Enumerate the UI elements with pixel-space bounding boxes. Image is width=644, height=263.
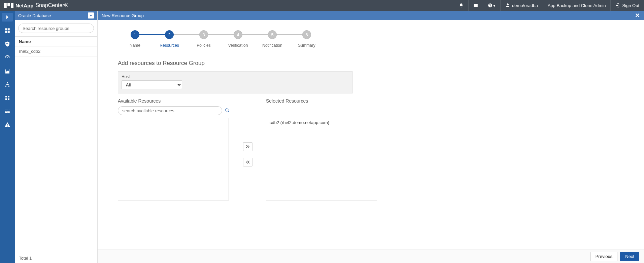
selected-listbox[interactable]: cdb2 (rhel2.demo.netapp.com) <box>266 118 377 200</box>
nav-alerts[interactable] <box>2 120 13 129</box>
wizard-footer: Previous Next <box>98 250 644 263</box>
shield-check-icon <box>4 41 10 47</box>
section-title: Add resources to Resource Group <box>118 60 624 67</box>
double-left-icon <box>246 160 250 164</box>
step-summary[interactable]: 6 Summary <box>290 30 324 48</box>
brand: NetApp SnapCenter® <box>4 2 68 8</box>
nav-reports[interactable] <box>2 67 13 75</box>
role-label-item[interactable]: App Backup and Clone Admin <box>543 0 611 11</box>
double-right-icon <box>246 145 250 148</box>
user-icon <box>505 3 510 8</box>
step-verification[interactable]: 4 Verification <box>221 30 255 48</box>
close-button[interactable]: ✕ <box>635 12 640 19</box>
step-name[interactable]: 1 Name <box>118 30 152 48</box>
brand-product: SnapCenter® <box>35 2 68 8</box>
storage-icon <box>4 95 10 101</box>
user-label: demo\oradba <box>512 3 538 8</box>
signout-label: Sign Out <box>622 3 639 8</box>
column-header-name[interactable]: Name <box>15 36 97 46</box>
plugin-label: Oracle Database <box>18 13 51 18</box>
role-label: App Backup and Clone Admin <box>548 3 606 8</box>
signout-button[interactable]: Sign Out <box>610 0 644 11</box>
nav-rail <box>0 11 15 263</box>
wizard-stepper: 1 Name 2 Resources 3 Policies <box>118 30 624 48</box>
search-available-input[interactable] <box>118 106 222 115</box>
help-button[interactable]: ▾ <box>483 0 500 11</box>
host-filter-row: Host All <box>118 71 353 93</box>
logo-icon <box>4 3 13 8</box>
sitemap-icon <box>4 81 10 87</box>
resource-group-panel: Oracle Database Name rhel2_cdb2 Total 1 <box>15 11 98 263</box>
main-panel: New Resource Group ✕ 1 Name 2 Resources <box>98 11 644 263</box>
notifications-button[interactable] <box>454 0 468 11</box>
nav-hosts[interactable] <box>2 80 13 89</box>
alert-icon <box>4 122 10 128</box>
nav-monitor[interactable] <box>2 53 13 62</box>
nav-dashboard[interactable] <box>2 26 13 35</box>
step-resources[interactable]: 2 Resources <box>152 30 187 48</box>
nav-storage[interactable] <box>2 93 13 102</box>
resource-group-list: rhel2_cdb2 <box>15 46 97 253</box>
messages-button[interactable] <box>468 0 483 11</box>
step-policies[interactable]: 3 Policies <box>187 30 221 48</box>
nav-settings[interactable] <box>2 107 13 116</box>
plugin-selector: Oracle Database <box>15 11 97 20</box>
svg-rect-0 <box>4 3 7 8</box>
page-title: New Resource Group <box>102 13 144 18</box>
selected-column: Selected Resources cdb2 (rhel2.demo.neta… <box>266 98 377 200</box>
sliders-icon <box>4 108 10 114</box>
host-label: Host <box>122 74 349 79</box>
top-bar: NetApp SnapCenter® ▾ demo\oradba App Bac… <box>0 0 644 11</box>
nav-expand[interactable] <box>2 13 13 22</box>
plugin-dropdown-button[interactable] <box>88 12 94 18</box>
step-notification[interactable]: 5 Notification <box>255 30 290 48</box>
nav-resources[interactable] <box>2 40 13 48</box>
host-select[interactable]: All <box>122 80 182 89</box>
search-icon <box>225 108 230 113</box>
available-column: Available Resources <box>118 98 230 200</box>
caret-down-icon <box>89 14 93 17</box>
chart-icon <box>4 68 10 74</box>
chevron-right-icon <box>4 14 10 20</box>
search-available-button[interactable] <box>225 108 230 114</box>
grid-icon <box>4 28 10 34</box>
resource-transfer: Available Resources Selected Resources <box>118 98 624 200</box>
available-title: Available Resources <box>118 98 230 104</box>
move-left-button[interactable] <box>243 158 252 166</box>
top-right: ▾ demo\oradba App Backup and Clone Admin… <box>454 0 644 11</box>
help-icon <box>488 3 493 8</box>
next-button[interactable]: Next <box>620 252 639 261</box>
main-header: New Resource Group ✕ <box>98 11 644 20</box>
transfer-buttons <box>243 132 252 166</box>
signout-icon <box>615 3 620 8</box>
brand-company: NetApp <box>15 3 33 8</box>
resource-group-row[interactable]: rhel2_cdb2 <box>15 46 97 57</box>
svg-rect-2 <box>11 3 13 8</box>
mail-icon <box>473 3 478 8</box>
gauge-icon <box>4 54 10 61</box>
user-menu[interactable]: demo\oradba <box>500 0 543 11</box>
search-resource-groups-input[interactable] <box>18 24 94 33</box>
previous-button[interactable]: Previous <box>590 252 618 261</box>
svg-rect-1 <box>7 3 10 6</box>
list-item[interactable]: cdb2 (rhel2.demo.netapp.com) <box>266 118 377 127</box>
selected-title: Selected Resources <box>266 98 377 104</box>
available-listbox[interactable] <box>118 118 229 200</box>
move-right-button[interactable] <box>243 142 252 151</box>
total-label: Total 1 <box>15 253 97 263</box>
bell-icon <box>459 3 464 8</box>
